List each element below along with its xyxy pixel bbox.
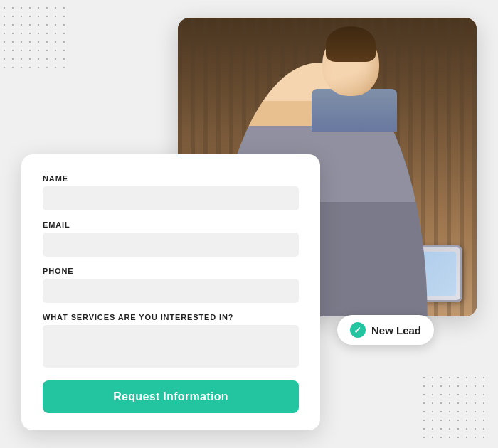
phone-label: PHONE [43, 267, 299, 275]
services-textarea[interactable] [43, 325, 299, 368]
email-label: EMAIL [43, 220, 299, 229]
dot-grid-tl [0, 4, 71, 75]
person-face [322, 32, 379, 96]
name-input[interactable] [43, 186, 299, 210]
services-field-group: WHAT SERVICES ARE YOU INTERESTED IN? [43, 313, 299, 368]
tablet-device [377, 245, 462, 302]
name-label: NAME [43, 174, 299, 183]
email-field-group: EMAIL [43, 220, 299, 257]
email-input[interactable] [43, 233, 299, 257]
notification-label: New Lead [371, 324, 421, 336]
lead-form-card: NAME EMAIL PHONE WHAT SERVICES ARE YOU I… [21, 154, 320, 430]
phone-field-group: PHONE [43, 267, 299, 303]
services-label: WHAT SERVICES ARE YOU INTERESTED IN? [43, 313, 299, 321]
new-lead-notification: New Lead [337, 315, 434, 345]
phone-input[interactable] [43, 279, 299, 303]
person-illustration [312, 32, 390, 117]
submit-button[interactable]: Request Information [43, 380, 299, 413]
main-scene: NAME EMAIL PHONE WHAT SERVICES ARE YOU I… [21, 18, 477, 430]
check-icon [350, 322, 366, 338]
name-field-group: NAME [43, 174, 299, 210]
person-hair [326, 26, 376, 62]
dot-grid-br [420, 373, 491, 444]
